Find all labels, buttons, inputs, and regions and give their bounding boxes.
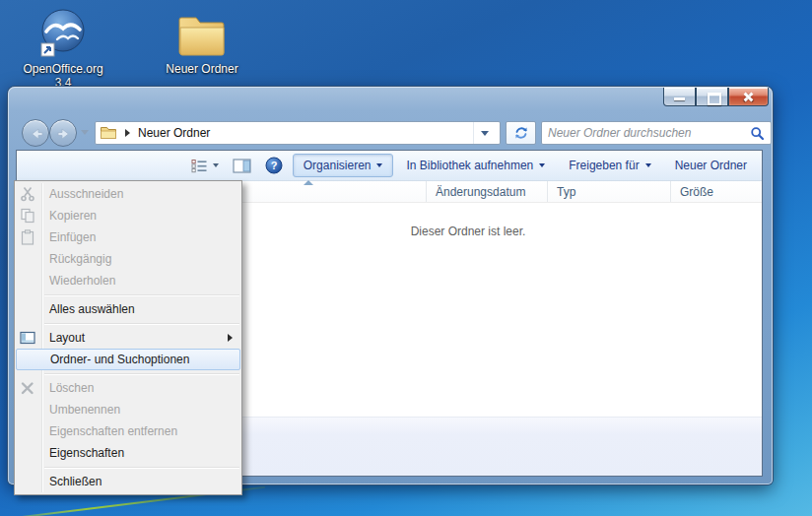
menu-separator: [44, 323, 239, 324]
no-icon: [20, 445, 35, 461]
menu-separator: [44, 294, 239, 295]
change-view-button[interactable]: [186, 156, 224, 176]
back-button[interactable]: [22, 119, 49, 147]
no-icon: [20, 402, 35, 418]
delete-icon: [20, 380, 35, 396]
openoffice-icon: [16, 8, 110, 59]
desktop-icon-label: Neuer Ordner: [155, 62, 249, 76]
cut-icon: [20, 186, 35, 202]
no-icon: [20, 474, 35, 489]
search-box[interactable]: [541, 121, 772, 145]
help-button[interactable]: ?: [260, 154, 288, 177]
empty-folder-text: Dieser Ordner ist leer.: [174, 225, 762, 238]
no-icon: [20, 273, 35, 289]
organize-menu: Ausschneiden Kopieren Einfügen Rückgängi…: [14, 180, 242, 495]
menu-item-folder-options[interactable]: Ordner- und Suchoptionen: [16, 349, 240, 370]
no-icon: [22, 353, 37, 368]
menu-item-delete[interactable]: Löschen: [15, 377, 241, 399]
menu-separator: [44, 373, 239, 374]
command-toolbar: ? Organisieren In Bibliothek aufnehmen F…: [17, 151, 762, 181]
desktop-icon-label: OpenOffice.org 3.4: [16, 62, 110, 90]
no-icon: [20, 423, 35, 439]
toolbar-button-share-with[interactable]: Freigeben für: [558, 154, 661, 177]
no-icon: [20, 251, 35, 267]
views-icon: [191, 159, 208, 173]
preview-pane-icon: [233, 159, 251, 173]
layout-icon: [20, 330, 35, 346]
menu-item-paste[interactable]: Einfügen: [15, 226, 241, 248]
chevron-down-icon: [213, 163, 219, 167]
breadcrumb-arrow-icon[interactable]: [125, 129, 130, 137]
preview-pane-button[interactable]: [228, 156, 256, 176]
breadcrumb-folder[interactable]: Neuer Ordner: [138, 126, 210, 140]
toolbar-right-group: ?: [186, 154, 292, 177]
dropdown-arrow-icon: [539, 163, 545, 167]
dropdown-arrow-icon: [376, 163, 382, 167]
address-folder-icon: [100, 125, 117, 141]
toolbar-button-include-in-library[interactable]: In Bibliothek aufnehmen: [395, 154, 556, 177]
forward-button[interactable]: [49, 119, 77, 147]
menu-item-copy[interactable]: Kopieren: [15, 205, 241, 226]
search-icon: [750, 126, 765, 141]
refresh-button[interactable]: [506, 121, 536, 145]
menu-separator: [44, 467, 239, 468]
paste-icon: [20, 229, 35, 245]
address-dropdown-button[interactable]: [473, 122, 496, 144]
col-header-type[interactable]: Typ: [547, 181, 670, 202]
window-button-minimize[interactable]: [663, 88, 696, 106]
svg-text:?: ?: [270, 160, 277, 171]
dropdown-arrow-icon: [645, 163, 651, 167]
toolbar-button-organize[interactable]: Organisieren: [293, 154, 394, 177]
recent-pages-chevron-icon[interactable]: [81, 130, 89, 135]
menu-item-select-all[interactable]: Alles auswählen: [15, 298, 241, 320]
copy-icon: [20, 208, 35, 224]
menu-item-remove-properties[interactable]: Eigenschaften entfernen: [15, 420, 241, 442]
desktop-icon-openoffice[interactable]: OpenOffice.org 3.4: [16, 8, 110, 90]
col-header-date-modified[interactable]: Änderungsdatum: [426, 181, 547, 202]
menu-item-close[interactable]: Schließen: [15, 471, 241, 492]
menu-item-redo[interactable]: Wiederholen: [15, 270, 241, 291]
menu-item-rename[interactable]: Umbenennen: [15, 399, 241, 420]
folder-icon: [155, 8, 249, 59]
toolbar-button-new-folder[interactable]: Neuer Ordner: [664, 154, 758, 177]
window-button-maximize[interactable]: [696, 88, 728, 106]
submenu-arrow-icon: [228, 334, 233, 342]
menu-item-properties[interactable]: Eigenschaften: [15, 442, 241, 464]
menu-item-cut[interactable]: Ausschneiden: [15, 183, 241, 205]
chevron-down-icon: [481, 131, 489, 136]
col-header-size[interactable]: Größe: [670, 181, 757, 202]
help-icon: ?: [265, 157, 283, 174]
menu-item-undo[interactable]: Rückgängig: [15, 248, 241, 270]
window-button-close[interactable]: [728, 88, 769, 106]
search-input[interactable]: [548, 126, 750, 140]
navigation-bar: Neuer Ordner: [16, 116, 763, 150]
window-controls: [663, 88, 769, 106]
menu-item-layout[interactable]: Layout: [15, 327, 241, 349]
sort-ascending-icon: [304, 180, 313, 185]
desktop-icon-new-folder[interactable]: Neuer Ordner: [155, 8, 249, 76]
address-bar[interactable]: Neuer Ordner: [95, 121, 501, 145]
no-icon: [20, 301, 35, 317]
